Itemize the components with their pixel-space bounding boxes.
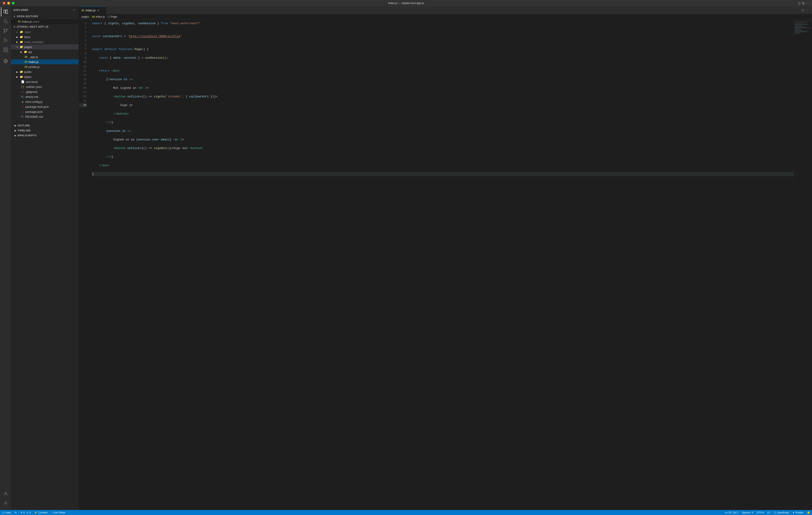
code-editor[interactable]: 1 2 3 4 5 6 7 8 9 10 11 12 13 14 15 16 1…	[79, 20, 812, 510]
titlebar: index.js — zitadel-next-app-js ⊡ ⊞ ⋯	[0, 0, 812, 6]
svg-line-3	[6, 22, 7, 23]
tree-item-styles[interactable]: ▶ 📁 styles	[11, 74, 79, 79]
file-icon-spacer	[16, 80, 20, 84]
activity-source-control[interactable]	[1, 26, 10, 35]
tree-item-article-md[interactable]: M↓ article.md	[11, 94, 79, 99]
activity-bar	[0, 6, 11, 510]
editor-area: JS index.js ✕ ⊡ ⋯ pages › JS index.js › …	[79, 6, 812, 510]
breadcrumb-component[interactable]: Page	[111, 15, 117, 18]
breadcrumb-component-icon: ⬡	[108, 15, 110, 18]
activity-explorer[interactable]	[1, 7, 10, 16]
window-title: index.js — zitadel-next-app-js	[388, 2, 424, 5]
folder-public-label: public	[24, 70, 32, 73]
outline-chevron: ▶	[13, 124, 17, 127]
tree-item-app-js[interactable]: JS _app.js	[11, 54, 79, 59]
tree-item-node-modules[interactable]: ▶ 📁 node_modules	[11, 39, 79, 44]
warning-count: 0	[29, 511, 31, 514]
tab-bar: JS index.js ✕ ⊡ ⋯	[79, 6, 812, 14]
sync-icon: ↻	[15, 511, 17, 514]
tree-item-package-lock[interactable]: ⬡ package-lock.json	[11, 104, 79, 109]
tree-item-public[interactable]: ▶ 📁 public	[11, 69, 79, 74]
status-liveshare[interactable]: ↑ Live Share	[49, 510, 67, 515]
tree-item-env[interactable]: 📄 .env.local	[11, 79, 79, 84]
tab-index-js[interactable]: JS index.js ✕	[79, 6, 106, 14]
tab-close-icon[interactable]: ✕	[97, 9, 100, 12]
open-editor-index-js[interactable]: JS index.js pages ✕	[11, 19, 79, 24]
activity-extensions[interactable]	[1, 45, 10, 54]
svg-rect-11	[6, 48, 8, 49]
liveshare-icon: ↑	[51, 511, 53, 514]
activity-remote[interactable]	[1, 57, 10, 66]
status-encoding[interactable]: UTF-8	[755, 510, 765, 515]
branch-icon: ⎇	[2, 511, 5, 514]
status-notifications[interactable]: 🔔	[805, 510, 812, 515]
split-editor-icon[interactable]: ⊡	[798, 1, 801, 5]
encoding-label: UTF-8	[757, 511, 764, 514]
tree-item-profile-js[interactable]: JS profile.js	[11, 64, 79, 69]
formatter-label: Prettier	[795, 511, 803, 514]
status-right: Ln 20, Col 2 Spaces: 4 UTF-8 LF { } Java…	[723, 510, 812, 515]
close-button[interactable]	[3, 2, 5, 4]
tab-filename: index.js	[85, 9, 95, 12]
more-actions-button[interactable]: ⋯	[805, 8, 810, 12]
file-index-js-label: index.js	[29, 60, 38, 64]
activity-account[interactable]	[1, 489, 10, 498]
breadcrumb-file[interactable]: index.js	[96, 15, 105, 18]
file-icon-spacer	[20, 65, 23, 69]
tree-item-next-config[interactable]: ▲ next.config.js	[11, 99, 79, 104]
tree-item-api[interactable]: ▶ 📁 api	[11, 49, 79, 54]
tree-item-index-js[interactable]: JS index.js	[11, 59, 79, 64]
layout-icon[interactable]: ⊞	[802, 1, 805, 5]
panels-section: ▶ Outline ▶ Timeline ▶ NPM Scripts	[11, 123, 79, 138]
js-icon: JS	[24, 65, 28, 69]
open-editor-filename: index.js	[22, 20, 32, 23]
outline-panel[interactable]: ▶ Outline	[11, 123, 79, 128]
status-spaces[interactable]: Spaces: 4	[740, 510, 755, 515]
project-section[interactable]: ▾ ZITADEL-NEXT-APP-JS	[11, 24, 79, 29]
open-editors-label: Open Editors	[17, 15, 38, 18]
open-editors-section[interactable]: ▾ Open Editors	[11, 13, 79, 19]
error-count: 0	[23, 511, 25, 514]
folder-chevron: ▶	[16, 30, 19, 34]
status-branch[interactable]: ⎇ main	[0, 510, 13, 515]
tree-item-next[interactable]: ▶ 📁 .next	[11, 29, 79, 34]
tree-item-eslint[interactable]: { } .eslintrc.json	[11, 84, 79, 89]
status-formatter[interactable]: ✦ Prettier	[791, 510, 805, 515]
status-eol[interactable]: LF	[765, 510, 772, 515]
timeline-panel[interactable]: ▶ Timeline	[11, 128, 79, 133]
tree-item-gitignore[interactable]: ⬡ .gitignore	[11, 89, 79, 94]
activity-run-debug[interactable]	[1, 36, 10, 45]
status-language[interactable]: { } JavaScript	[772, 510, 791, 515]
sidebar-header-actions: ⋯	[73, 8, 76, 12]
file-app-js-label: _app.js	[29, 55, 38, 59]
file-profile-js-label: profile.js	[29, 65, 39, 69]
status-branch-name: main	[6, 511, 11, 514]
maximize-button[interactable]	[12, 2, 14, 4]
tree-item-pages[interactable]: ▾ 📁 pages	[11, 44, 79, 49]
npm-icon: ⬡	[21, 105, 25, 109]
activity-search[interactable]	[1, 17, 10, 26]
minimize-button[interactable]	[7, 2, 10, 4]
npm-scripts-panel[interactable]: ▶ NPM Scripts	[11, 133, 79, 138]
minimap-visual	[794, 20, 812, 36]
status-sync[interactable]: ↻	[13, 510, 19, 515]
spaces-label: Spaces: 4	[742, 511, 753, 514]
status-errors[interactable]: ✕ 0 ⚠ 0	[19, 510, 32, 515]
tree-item-package-json[interactable]: ⬡ package.json	[11, 109, 79, 114]
md-icon: M↓	[21, 115, 25, 118]
code-content[interactable]: import { signIn, signOut, useSession } f…	[90, 20, 794, 510]
folder-public-icon: 📁	[20, 70, 23, 73]
tree-item-docs[interactable]: ▶ 📁 docs	[11, 34, 79, 39]
svg-point-6	[4, 29, 5, 30]
status-cursor[interactable]: Ln 20, Col 2	[723, 510, 740, 515]
activity-settings[interactable]	[1, 499, 10, 508]
new-file-icon[interactable]: ⋯	[73, 8, 76, 12]
tree-item-readme[interactable]: M↓ README.md	[11, 114, 79, 119]
breadcrumb-pages[interactable]: pages	[82, 15, 89, 18]
file-icon-spacer	[20, 55, 23, 59]
project-chevron: ▾	[13, 25, 16, 29]
split-editor-button[interactable]: ⊡	[801, 8, 805, 12]
more-icon[interactable]: ⋯	[806, 1, 809, 5]
traffic-lights	[3, 2, 14, 4]
status-connect[interactable]: ⚡ Connect	[32, 510, 49, 515]
